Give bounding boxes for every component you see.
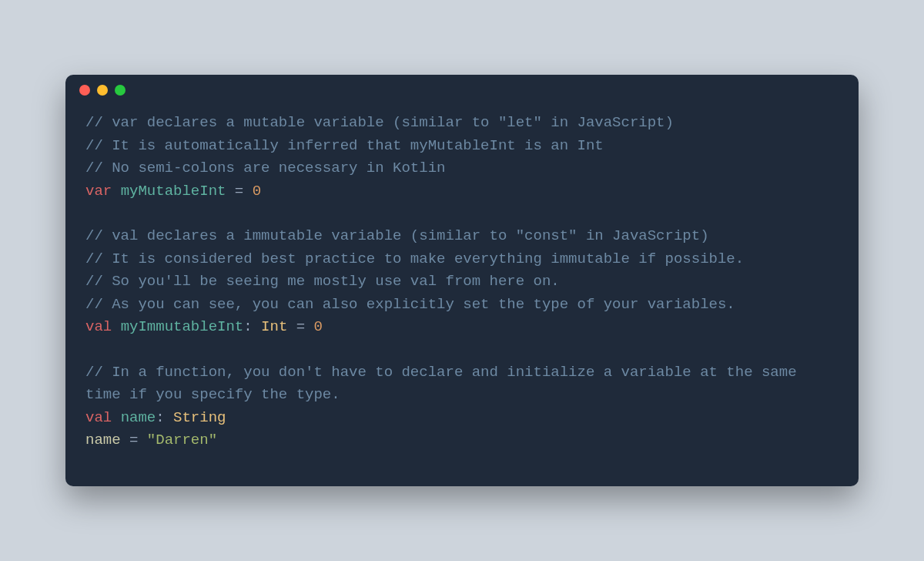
code-line: // No semi-colons are necessary in Kotli… — [85, 157, 839, 180]
code-line: val myImmutableInt: Int = 0 — [85, 316, 839, 338]
code-token-ident: myMutableInt — [121, 183, 226, 200]
code-line: // var declares a mutable variable (simi… — [85, 112, 839, 134]
code-line: // As you can see, you can also explicit… — [85, 294, 839, 316]
code-token-op: = — [226, 183, 252, 200]
code-token-number: 0 — [314, 318, 323, 335]
code-token-comment: // It is automatically inferred that myM… — [85, 137, 604, 154]
code-token-string: "Darren" — [147, 432, 217, 448]
minimize-icon[interactable] — [97, 85, 108, 96]
code-line — [85, 203, 839, 225]
code-line — [85, 339, 839, 361]
zoom-icon[interactable] — [115, 85, 126, 96]
code-token-number: 0 — [253, 183, 261, 200]
code-token-keyword: var — [85, 183, 112, 200]
code-line: name = "Darren" — [85, 429, 839, 452]
code-token-op: = — [121, 432, 147, 448]
code-token-op: : — [243, 318, 261, 335]
code-token-comment: // So you'll be seeing me mostly use val… — [85, 273, 560, 290]
code-token-comment: // No semi-colons are necessary in Kotli… — [85, 160, 445, 176]
code-token-ident: myImmutableInt — [121, 318, 244, 335]
code-token-comment: // As you can see, you can also explicit… — [85, 296, 735, 313]
code-line: var myMutableInt = 0 — [85, 180, 839, 203]
code-token-ident: name — [121, 409, 156, 426]
code-token-comment: // val declares a immutable variable (si… — [85, 227, 709, 244]
code-line: // It is considered best practice to mak… — [85, 248, 839, 270]
code-area: // var declares a mutable variable (simi… — [65, 106, 859, 486]
code-token-plain — [85, 205, 94, 222]
code-token-type: String — [173, 409, 226, 426]
code-token-op: = — [287, 318, 313, 335]
code-token-plain — [112, 318, 120, 335]
code-line: // val declares a immutable variable (si… — [85, 225, 839, 247]
code-line: // So you'll be seeing me mostly use val… — [85, 270, 839, 293]
code-token-plain: name — [85, 432, 121, 448]
code-token-plain — [85, 341, 94, 358]
code-token-plain — [112, 409, 120, 426]
code-line: // In a function, you don't have to decl… — [85, 361, 839, 407]
code-token-comment: // It is considered best practice to mak… — [85, 250, 744, 267]
code-line: // It is automatically inferred that myM… — [85, 135, 839, 157]
code-window: // var declares a mutable variable (simi… — [65, 75, 859, 486]
code-token-keyword: val — [85, 409, 112, 426]
code-token-plain — [112, 183, 120, 200]
code-token-type: Int — [261, 318, 287, 335]
code-token-op: : — [156, 409, 173, 426]
code-line: val name: String — [85, 407, 839, 429]
code-token-keyword: val — [85, 318, 112, 335]
close-icon[interactable] — [79, 85, 90, 96]
code-token-comment: // In a function, you don't have to decl… — [85, 364, 805, 403]
window-titlebar — [65, 75, 859, 106]
code-token-comment: // var declares a mutable variable (simi… — [85, 114, 674, 131]
